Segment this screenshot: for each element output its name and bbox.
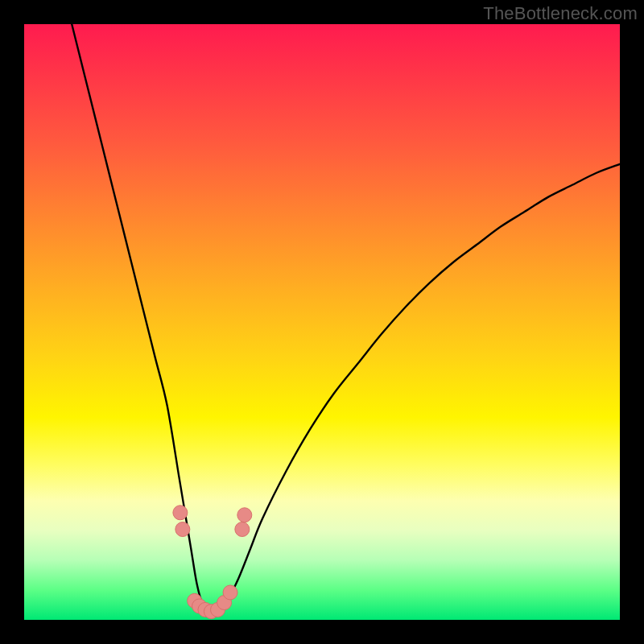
attribution-text: TheBottleneck.com — [483, 3, 638, 24]
chart-frame: TheBottleneck.com — [0, 0, 644, 644]
data-marker — [173, 506, 188, 520]
data-marker — [237, 508, 252, 522]
data-marker — [175, 522, 190, 537]
markers-group — [173, 506, 252, 619]
data-marker — [223, 585, 237, 600]
data-marker — [235, 522, 250, 537]
plot-area — [24, 24, 620, 620]
bottleneck-curve — [72, 24, 620, 613]
chart-svg — [24, 24, 620, 620]
